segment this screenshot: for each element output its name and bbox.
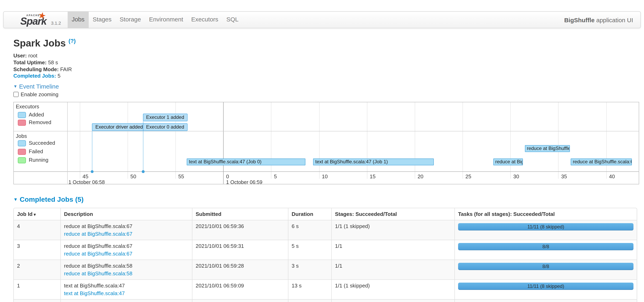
axis-tick-20: 20 xyxy=(418,173,424,179)
job-description-link[interactable]: reduce at BigShuffle.scala:67 xyxy=(64,251,132,257)
job-timeline-bar[interactable]: reduce at BigShuffle.scala:58 (Job 2) xyxy=(493,158,523,165)
job-description-text: reduce at BigShuffle.scala:67 xyxy=(64,223,189,229)
gridline-45 xyxy=(80,102,80,179)
lane-divider xyxy=(14,131,639,132)
executor-event-dot xyxy=(91,170,94,173)
completed-jobs-heading[interactable]: ▼ Completed Jobs (5) xyxy=(13,196,639,204)
sort-arrow-icon: ▾ xyxy=(34,212,36,217)
job-id-cell: 4 xyxy=(14,220,60,240)
stages-cell: 1/1 xyxy=(331,299,454,302)
executor-event-box: Executor 1 added xyxy=(143,114,187,121)
submitted-cell: 2021/10/01 06:59:31 xyxy=(192,240,288,260)
uptime-value: 58 s xyxy=(48,59,58,65)
executor-event-box: Executor 0 added xyxy=(143,124,187,131)
job-row-3: 3reduce at BigShuffle.scala:67reduce at … xyxy=(14,240,637,260)
navbar-tabs: JobsStagesStorageEnvironmentExecutorsSQL xyxy=(68,12,242,28)
legend-swatch-running xyxy=(18,157,26,163)
column-header-duration[interactable]: Duration xyxy=(288,208,331,220)
lane-label-jobs: Jobs xyxy=(16,133,27,139)
lane-label-executors: Executors xyxy=(16,104,39,110)
spark-brand[interactable]: APACHE Spark ★ 3.1.2 xyxy=(4,12,68,28)
legend-swatch-removed xyxy=(18,120,26,126)
tab-jobs[interactable]: Jobs xyxy=(68,12,88,28)
job-timeline-bar[interactable]: reduce at BigShuffle.scala:67 (Job 3) xyxy=(525,145,570,152)
column-header-description[interactable]: Description xyxy=(60,208,192,220)
column-header-tasks-for-all-stages-[interactable]: Tasks (for all stages): Succeeded/Total xyxy=(454,208,637,220)
job-description-text: reduce at BigShuffle.scala:67 xyxy=(64,243,189,249)
axis-tick-45: 45 xyxy=(82,173,88,179)
executor-event-box: Executor driver added xyxy=(92,124,146,131)
job-description-link[interactable]: text at BigShuffle.scala:47 xyxy=(64,290,125,296)
job-row-0: 0text at BigShuffle.scala:47text at BigS… xyxy=(14,299,637,302)
description-cell: text at BigShuffle.scala:47text at BigSh… xyxy=(60,279,192,299)
axis-date-label: 1 October 06:59 xyxy=(226,179,262,185)
completed-jobs-link[interactable]: Completed Jobs: xyxy=(13,73,56,79)
summary-scheduling-mode: Scheduling Mode: FAIR xyxy=(13,66,639,73)
job-id-cell: 1 xyxy=(14,279,60,299)
duration-cell: 3 s xyxy=(288,260,331,279)
axis-date-label: 1 October 06:58 xyxy=(68,179,105,185)
tasks-progress-bar: 8/8 xyxy=(458,263,634,270)
axis-tick-5: 5 xyxy=(274,173,277,179)
column-header-stages[interactable]: Stages: Succeeded/Total xyxy=(331,208,454,220)
submitted-cell: 2021/10/01 06:59:09 xyxy=(192,279,288,299)
tab-sql[interactable]: SQL xyxy=(222,12,242,28)
tasks-cell: 8/8 xyxy=(454,260,637,279)
tasks-progress-bar: 11/11 (8 skipped) xyxy=(458,283,634,290)
job-timeline-bar[interactable]: text at BigShuffle.scala:47 (Job 0) xyxy=(187,158,306,165)
tab-stages[interactable]: Stages xyxy=(88,12,116,28)
event-timeline-toggle[interactable]: ▼ Event Timeline xyxy=(13,83,639,90)
tab-executors[interactable]: Executors xyxy=(187,12,222,28)
tasks-cell: 8/8 xyxy=(454,240,637,260)
job-timeline-bar[interactable]: text at BigShuffle.scala:47 (Job 1) xyxy=(313,158,434,165)
legend-label-failed: Failed xyxy=(29,149,43,155)
table-header-row: Job Id▾DescriptionSubmittedDurationStage… xyxy=(14,208,637,220)
gridline-40 xyxy=(606,102,606,179)
gridline-10 xyxy=(319,102,319,179)
spark-version: 3.1.2 xyxy=(51,21,61,25)
uptime-label: Total Uptime: xyxy=(13,59,46,65)
column-header-submitted[interactable]: Submitted xyxy=(192,208,288,220)
job-description-link[interactable]: reduce at BigShuffle.scala:58 xyxy=(64,271,132,277)
completed-jobs-heading-text: Completed Jobs (5) xyxy=(20,196,84,203)
job-description-link[interactable]: reduce at BigShuffle.scala:67 xyxy=(64,231,132,237)
axis-tick-25: 25 xyxy=(466,173,471,179)
executor-event-line xyxy=(143,131,143,172)
description-cell: reduce at BigShuffle.scala:67reduce at B… xyxy=(60,240,192,260)
gridline-20 xyxy=(415,102,415,179)
scheduling-mode-label: Scheduling Mode: xyxy=(13,66,59,72)
submitted-cell: 2021/10/01 06:58:56 xyxy=(192,299,288,302)
duration-cell: 13 s xyxy=(288,279,331,299)
stages-cell: 1/1 (1 skipped) xyxy=(331,279,454,299)
legend-swatch-failed xyxy=(18,149,26,155)
job-id-cell: 2 xyxy=(14,260,60,279)
job-timeline-bar[interactable]: reduce at BigShuffle.scala:67 (Job 4) xyxy=(571,158,632,165)
gridline-25 xyxy=(462,102,463,179)
page-content: Spark Jobs (?) User: root Total Uptime: … xyxy=(13,27,639,302)
legend-label-running: Running xyxy=(29,157,48,163)
tab-environment[interactable]: Environment xyxy=(145,12,187,28)
help-link[interactable]: (?) xyxy=(68,38,76,44)
job-description-text: text at BigShuffle.scala:47 xyxy=(64,283,189,289)
tab-storage[interactable]: Storage xyxy=(116,12,145,28)
gridline-5 xyxy=(271,102,272,179)
tasks-cell: 11/11 (8 skipped) xyxy=(454,220,637,240)
gridline-30 xyxy=(510,102,511,179)
axis-tick-40: 40 xyxy=(609,173,615,179)
legend-divider xyxy=(67,102,68,184)
legend-label-removed: Removed xyxy=(29,120,51,126)
summary-user: User: root xyxy=(13,53,639,59)
description-cell: text at BigShuffle.scala:47text at BigSh… xyxy=(60,299,192,302)
legend-swatch-added xyxy=(18,112,26,118)
stages-cell: 1/1 xyxy=(331,240,454,260)
enable-zooming-checkbox[interactable] xyxy=(13,92,19,97)
axis-tick-15: 15 xyxy=(370,173,376,179)
submitted-cell: 2021/10/01 06:59:36 xyxy=(192,220,288,240)
job-id-cell: 3 xyxy=(14,240,60,260)
column-header-job-id[interactable]: Job Id▾ xyxy=(14,208,60,220)
axis-tick-10: 10 xyxy=(322,173,328,179)
top-navbar: APACHE Spark ★ 3.1.2 JobsStagesStorageEn… xyxy=(3,11,641,28)
gridline-15 xyxy=(367,102,367,179)
tasks-progress-bar: 8/8 xyxy=(458,243,634,250)
duration-cell: 6 s xyxy=(288,220,331,240)
